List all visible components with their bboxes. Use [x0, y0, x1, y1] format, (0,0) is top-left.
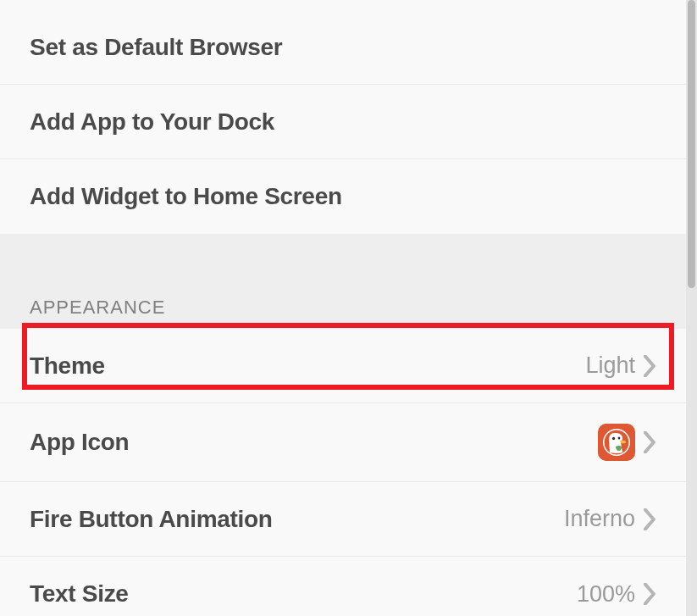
app-icon-value-container [598, 424, 656, 461]
theme-row[interactable]: Theme Light [0, 329, 686, 403]
fire-button-value-container: Inferno [564, 506, 656, 532]
svg-point-3 [612, 437, 615, 441]
scrollbar[interactable] [686, 0, 697, 616]
add-widget-label: Add Widget to Home Screen [30, 183, 342, 210]
add-app-to-dock-label: Add App to Your Dock [30, 108, 274, 136]
set-default-browser-label: Set as Default Browser [30, 34, 282, 61]
appearance-header: APPEARANCE [0, 297, 686, 329]
app-icon-label: App Icon [30, 429, 129, 456]
chevron-right-icon [644, 583, 656, 605]
text-size-label: Text Size [30, 580, 129, 608]
appearance-section: Theme Light App Icon [0, 329, 686, 616]
fire-button-value: Inferno [564, 506, 635, 532]
text-size-value: 100% [577, 581, 635, 608]
theme-label: Theme [30, 352, 105, 380]
text-size-value-container: 100% [577, 581, 656, 608]
fire-button-animation-row[interactable]: Fire Button Animation Inferno [0, 482, 686, 557]
chevron-right-icon [644, 431, 656, 453]
duckduckgo-app-icon [598, 424, 635, 461]
add-app-to-dock-row[interactable]: Add App to Your Dock [0, 85, 686, 159]
add-widget-row[interactable]: Add Widget to Home Screen [0, 159, 686, 234]
text-size-row[interactable]: Text Size 100% [0, 557, 686, 616]
theme-value: Light [585, 352, 635, 379]
fire-button-animation-label: Fire Button Animation [30, 506, 273, 533]
set-default-browser-row[interactable]: Set as Default Browser [0, 10, 686, 85]
svg-point-4 [618, 436, 621, 439]
chevron-right-icon [644, 355, 656, 377]
top-section: Set as Default Browser Add App to Your D… [0, 0, 686, 234]
theme-value-container: Light [585, 352, 656, 379]
chevron-right-icon [644, 508, 656, 530]
app-icon-row[interactable]: App Icon [0, 403, 686, 482]
section-gap [0, 234, 686, 297]
scrollbar-thumb[interactable] [688, 0, 695, 288]
